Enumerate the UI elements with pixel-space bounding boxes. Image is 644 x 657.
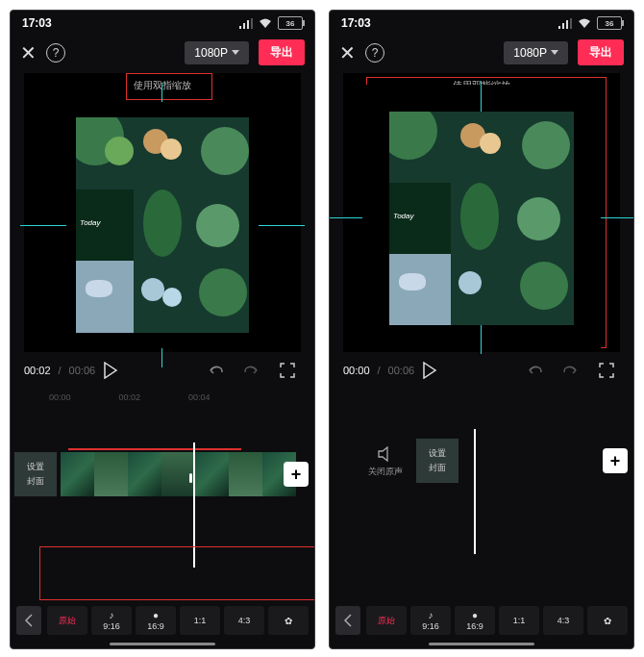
photo-grid: Today <box>76 117 249 333</box>
time-current: 00:00 <box>343 365 370 376</box>
bottom-bar: 原始 ♪9:16 ●16:9 1:1 4:3 ✿ <box>11 598 314 648</box>
time-total: 00:06 <box>388 365 415 376</box>
ratio-16-9[interactable]: ●16:9 <box>455 606 495 635</box>
timeline[interactable]: 设置封面 + <box>11 404 314 598</box>
export-button[interactable]: 导出 <box>259 39 305 65</box>
time-current: 00:02 <box>24 365 51 376</box>
guide-right <box>259 225 305 226</box>
cover-thumbnail[interactable]: 设置封面 <box>14 452 57 496</box>
add-clip-button[interactable]: + <box>603 448 628 473</box>
ratio-original[interactable]: 原始 <box>47 606 87 635</box>
top-bar: ✕ ? 1080P 导出 <box>330 36 633 73</box>
fullscreen-button[interactable] <box>274 363 301 378</box>
close-icon[interactable]: ✕ <box>339 41 356 64</box>
play-bar: 00:02 / 00:06 <box>11 352 314 389</box>
undo-button[interactable] <box>520 364 549 377</box>
play-button[interactable] <box>103 362 193 379</box>
time-marks: 00:0000:0200:04 <box>11 392 314 402</box>
back-button[interactable] <box>335 606 360 635</box>
resolution-select[interactable]: 1080P <box>504 41 568 64</box>
ratio-9-16[interactable]: ♪9:16 <box>91 606 132 635</box>
ratio-9-16[interactable]: ♪9:16 <box>410 606 451 635</box>
add-clip-button[interactable]: + <box>284 462 309 487</box>
timeline-red-marker <box>68 448 241 450</box>
ratio-1-1[interactable]: 1:1 <box>499 606 539 635</box>
video-frame[interactable]: Today <box>66 100 259 350</box>
redo-button[interactable] <box>557 364 585 377</box>
clip-strip[interactable]: 设置封面 <box>416 439 462 483</box>
guide-left <box>329 217 362 218</box>
ratio-more[interactable]: ✿ <box>268 606 309 635</box>
guide-top <box>161 83 162 102</box>
ratio-1-1[interactable]: 1:1 <box>180 606 220 635</box>
status-icons: 36 <box>558 16 622 30</box>
ratio-options: 原始 ♪9:16 ●16:9 1:1 4:3 ✿ <box>366 606 628 635</box>
playhead[interactable] <box>193 442 195 568</box>
time-sep: / <box>378 365 381 376</box>
home-indicator <box>110 643 215 645</box>
fullscreen-button[interactable] <box>593 363 620 378</box>
signal-icon <box>239 18 253 29</box>
video-frame[interactable]: Today <box>362 85 601 350</box>
ratio-4-3[interactable]: 4:3 <box>543 606 583 635</box>
status-bar: 17:03 36 <box>11 11 314 36</box>
play-button[interactable] <box>422 362 512 379</box>
time-total: 00:06 <box>69 365 96 376</box>
status-time: 17:03 <box>22 16 52 30</box>
ratio-more[interactable]: ✿ <box>587 606 628 635</box>
undo-button[interactable] <box>201 364 230 377</box>
wifi-icon <box>578 18 591 29</box>
status-icons: 36 <box>239 16 303 30</box>
export-button[interactable]: 导出 <box>578 39 624 65</box>
redo-button[interactable] <box>237 364 266 377</box>
help-icon[interactable]: ? <box>365 43 384 63</box>
playhead[interactable] <box>474 429 476 554</box>
play-bar: 00:00 / 00:06 <box>330 352 633 389</box>
clip-strip[interactable]: 设置封面 <box>14 452 296 496</box>
guide-left <box>20 225 66 226</box>
back-button[interactable] <box>16 606 41 635</box>
battery-icon: 36 <box>597 16 622 30</box>
timeline[interactable]: 关闭原声 设置封面 + <box>330 391 633 598</box>
close-icon[interactable]: ✕ <box>20 41 37 64</box>
ratio-options: 原始 ♪9:16 ●16:9 1:1 4:3 ✿ <box>47 606 309 635</box>
photo-grid: Today <box>389 112 574 325</box>
mute-toggle[interactable]: 关闭原声 <box>368 446 403 478</box>
ratio-4-3[interactable]: 4:3 <box>224 606 264 635</box>
status-bar: 17:03 36 <box>330 11 633 36</box>
status-time: 17:03 <box>341 16 371 30</box>
preview-canvas[interactable]: 使用双指缩放 Today <box>343 73 620 352</box>
preview-canvas[interactable]: 使用双指缩放 Today <box>24 73 301 352</box>
clip-handle[interactable] <box>189 473 192 483</box>
top-bar: ✕ ? 1080P 导出 <box>11 36 314 73</box>
battery-icon: 36 <box>278 16 303 30</box>
resolution-select[interactable]: 1080P <box>185 41 249 64</box>
wifi-icon <box>259 18 272 29</box>
guide-bottom <box>161 348 162 367</box>
bottom-bar: 原始 ♪9:16 ●16:9 1:1 4:3 ✿ <box>330 598 633 648</box>
home-indicator <box>429 643 534 645</box>
ratio-16-9[interactable]: ●16:9 <box>136 606 176 635</box>
phone-right: 17:03 36 ✕ ? 1080P 导出 使用双指缩放 Today <box>329 10 634 649</box>
guide-right <box>601 217 634 218</box>
highlight-box-bottom <box>39 546 315 600</box>
pinch-hint: 使用双指缩放 <box>24 73 301 98</box>
cover-thumbnail[interactable]: 设置封面 <box>416 439 458 483</box>
phone-left: 17:03 36 ✕ ? 1080P 导出 使用双指缩放 Today <box>10 10 315 649</box>
help-icon[interactable]: ? <box>46 43 65 63</box>
time-sep: / <box>59 365 62 376</box>
signal-icon <box>558 18 572 29</box>
ratio-original[interactable]: 原始 <box>366 606 407 635</box>
